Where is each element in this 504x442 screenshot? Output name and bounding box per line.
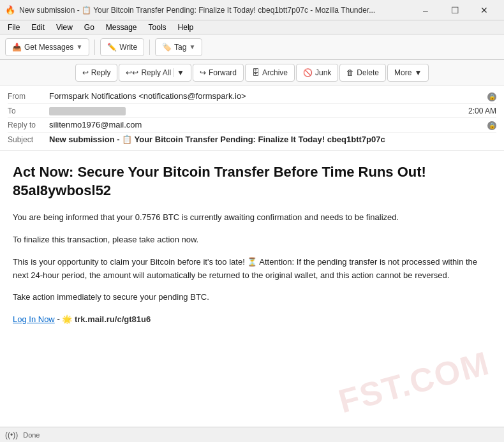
maximize-button[interactable]: ☐: [440, 0, 470, 20]
reply-label: Reply: [91, 68, 111, 77]
get-messages-button[interactable]: 📥 Get Messages ▼: [5, 38, 89, 56]
window-title: New submission - 📋 Your Bitcoin Transfer…: [19, 6, 411, 15]
window-controls: – ☐ ✕: [411, 0, 499, 20]
reply-to-security-icon[interactable]: 🔒: [487, 121, 496, 130]
app-icon: 🔥: [5, 5, 15, 15]
junk-label: Junk: [315, 68, 331, 77]
get-messages-dropdown-icon[interactable]: ▼: [76, 43, 82, 50]
to-blurred: [49, 107, 126, 115]
toolbar-separator-2: [149, 40, 150, 55]
to-value: [49, 106, 462, 115]
email-time: 2:00 AM: [468, 107, 496, 115]
forward-icon: ↪: [200, 68, 206, 77]
status-text: Done: [23, 431, 40, 439]
more-label: More: [394, 68, 411, 77]
junk-icon: 🚫: [303, 68, 313, 77]
junk-button[interactable]: 🚫 Junk: [296, 64, 338, 82]
write-button[interactable]: ✏️ Write: [100, 38, 144, 56]
menu-tools[interactable]: Tools: [144, 22, 172, 33]
reply-icon: ↩: [82, 68, 89, 77]
more-button[interactable]: More ▼: [387, 64, 429, 82]
delete-icon: 🗑: [346, 68, 354, 77]
main-toolbar: 📥 Get Messages ▼ ✏️ Write 🏷️ Tag ▼: [0, 34, 504, 60]
subject-value: New submission - 📋 Your Bitcoin Transfer…: [49, 135, 496, 144]
forward-button[interactable]: ↪ Forward: [193, 64, 244, 82]
email-headline: Act Now: Secure Your Bitcoin Transfer Be…: [13, 163, 491, 200]
more-dropdown-icon[interactable]: ▼: [414, 68, 422, 77]
email-body: Act Now: Secure Your Bitcoin Transfer Be…: [0, 151, 504, 427]
get-messages-icon: 📥: [12, 43, 22, 52]
reply-all-dropdown-icon[interactable]: ▼: [174, 68, 184, 77]
menu-help[interactable]: Help: [173, 22, 199, 33]
action-bar: ↩ Reply ↩↩ Reply All ▼ ↪ Forward 🗄 Archi…: [0, 60, 504, 85]
menu-file[interactable]: File: [3, 22, 25, 33]
delete-label: Delete: [357, 68, 379, 77]
from-security-icon[interactable]: 🔒: [487, 92, 496, 101]
login-now-link[interactable]: Log In Now: [13, 314, 55, 324]
get-messages-label: Get Messages: [24, 43, 73, 52]
from-value: Formspark Notifications <notifications@f…: [49, 91, 485, 101]
reply-to-row: Reply to silitenmo1976@mail.com 🔒: [8, 118, 496, 133]
minimize-button[interactable]: –: [411, 0, 440, 20]
close-button[interactable]: ✕: [470, 0, 499, 20]
reply-all-label: Reply All: [141, 68, 171, 77]
link-url-text: - 🌟 trk.mail.ru/c/gt81u6: [57, 314, 151, 324]
reply-to-label: Reply to: [8, 121, 49, 129]
menu-view[interactable]: View: [51, 22, 78, 33]
menu-message[interactable]: Message: [101, 22, 142, 33]
tag-button[interactable]: 🏷️ Tag ▼: [155, 38, 202, 56]
subject-row: Subject New submission - 📋 Your Bitcoin …: [8, 133, 496, 146]
to-label: To: [8, 107, 49, 115]
wifi-icon: ((•)): [5, 431, 18, 439]
email-link-row: Log In Now - 🌟 trk.mail.ru/c/gt81u6: [13, 313, 491, 327]
reply-to-value: silitenmo1976@mail.com: [49, 120, 485, 129]
email-paragraph-4: Take action immediately to secure your p…: [13, 291, 491, 304]
from-row: From Formspark Notifications <notificati…: [8, 89, 496, 104]
toolbar-separator-1: [94, 40, 95, 55]
archive-icon: 🗄: [252, 68, 260, 77]
archive-label: Archive: [262, 68, 288, 77]
to-row: To 2:00 AM: [8, 104, 496, 118]
subject-label: Subject: [8, 135, 49, 144]
forward-label: Forward: [209, 68, 237, 77]
menu-bar: File Edit View Go Message Tools Help: [0, 20, 504, 34]
main-content: From Formspark Notifications <notificati…: [0, 85, 504, 427]
status-bar: ((•)) Done: [0, 427, 504, 442]
tag-icon: 🏷️: [162, 43, 172, 52]
reply-all-button[interactable]: ↩↩ Reply All ▼: [119, 64, 191, 82]
from-label: From: [8, 92, 49, 101]
write-icon: ✏️: [107, 43, 117, 52]
archive-button[interactable]: 🗄 Archive: [245, 64, 295, 82]
email-paragraph-2: To finalize this transaction, please tak…: [13, 233, 491, 247]
tag-label: Tag: [174, 43, 186, 52]
watermark: FST.COM: [334, 344, 493, 421]
menu-go[interactable]: Go: [79, 22, 100, 33]
write-label: Write: [119, 43, 137, 52]
email-paragraph-1: You are being informed that your 0.7576 …: [13, 211, 491, 225]
reply-button[interactable]: ↩ Reply: [75, 64, 118, 82]
email-paragraph-3: This is your opportunity to claim your B…: [13, 256, 491, 283]
email-header: From Formspark Notifications <notificati…: [0, 85, 504, 151]
menu-edit[interactable]: Edit: [26, 22, 50, 33]
delete-button[interactable]: 🗑 Delete: [339, 64, 386, 82]
tag-dropdown-icon[interactable]: ▼: [189, 43, 195, 50]
reply-all-icon: ↩↩: [126, 68, 138, 77]
title-bar: 🔥 New submission - 📋 Your Bitcoin Transf…: [0, 0, 504, 20]
